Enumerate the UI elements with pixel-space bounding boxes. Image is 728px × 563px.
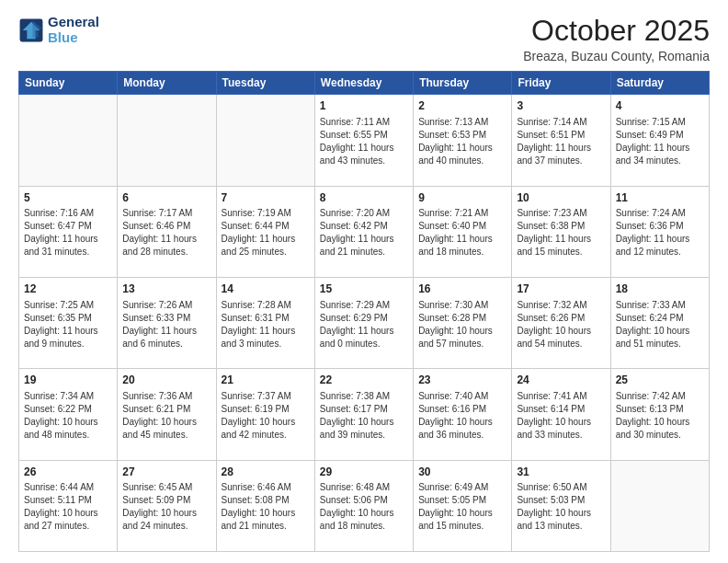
day-number: 1 <box>320 98 408 114</box>
title-block: October 2025 Breaza, Buzau County, Roman… <box>523 15 710 63</box>
day-info: Sunrise: 7:13 AM Sunset: 6:53 PM Dayligh… <box>418 116 506 167</box>
day-number: 5 <box>24 190 112 206</box>
day-number: 22 <box>320 373 408 388</box>
day-number: 9 <box>418 190 506 206</box>
day-number: 26 <box>24 465 112 480</box>
calendar-cell: 13Sunrise: 7:26 AM Sunset: 6:33 PM Dayli… <box>118 277 216 368</box>
day-number: 15 <box>320 282 408 297</box>
calendar-cell: 27Sunrise: 6:45 AM Sunset: 5:09 PM Dayli… <box>118 460 216 551</box>
calendar-cell: 24Sunrise: 7:41 AM Sunset: 6:14 PM Dayli… <box>512 369 610 460</box>
calendar-week-row: 26Sunrise: 6:44 AM Sunset: 5:11 PM Dayli… <box>19 460 710 551</box>
day-info: Sunrise: 6:50 AM Sunset: 5:03 PM Dayligh… <box>517 481 605 533</box>
calendar-cell: 4Sunrise: 7:15 AM Sunset: 6:49 PM Daylig… <box>610 95 709 186</box>
calendar-cell <box>610 460 709 551</box>
day-info: Sunrise: 7:15 AM Sunset: 6:49 PM Dayligh… <box>616 116 704 167</box>
day-info: Sunrise: 7:17 AM Sunset: 6:46 PM Dayligh… <box>122 207 210 259</box>
calendar-cell: 28Sunrise: 6:46 AM Sunset: 5:08 PM Dayli… <box>216 460 314 551</box>
calendar-cell: 21Sunrise: 7:37 AM Sunset: 6:19 PM Dayli… <box>216 369 314 460</box>
day-info: Sunrise: 7:40 AM Sunset: 6:16 PM Dayligh… <box>418 390 506 442</box>
day-number: 14 <box>222 282 310 297</box>
calendar-cell: 16Sunrise: 7:30 AM Sunset: 6:28 PM Dayli… <box>414 277 512 368</box>
calendar-cell: 1Sunrise: 7:11 AM Sunset: 6:55 PM Daylig… <box>314 95 413 186</box>
day-info: Sunrise: 7:38 AM Sunset: 6:17 PM Dayligh… <box>320 390 408 442</box>
calendar-cell: 7Sunrise: 7:19 AM Sunset: 6:44 PM Daylig… <box>216 186 314 277</box>
day-number: 12 <box>24 282 112 297</box>
day-number: 10 <box>517 190 605 206</box>
calendar-week-row: 5Sunrise: 7:16 AM Sunset: 6:47 PM Daylig… <box>19 186 710 277</box>
logo-line2: Blue <box>48 29 78 45</box>
day-info: Sunrise: 6:45 AM Sunset: 5:09 PM Dayligh… <box>122 481 210 533</box>
header-sunday: Sunday <box>19 72 118 95</box>
calendar-cell: 11Sunrise: 7:24 AM Sunset: 6:36 PM Dayli… <box>610 186 709 277</box>
day-info: Sunrise: 7:21 AM Sunset: 6:40 PM Dayligh… <box>418 207 506 259</box>
calendar-cell: 22Sunrise: 7:38 AM Sunset: 6:17 PM Dayli… <box>314 369 413 460</box>
day-number: 29 <box>320 465 408 480</box>
day-number: 2 <box>418 98 506 114</box>
day-number: 7 <box>222 190 310 206</box>
day-number: 3 <box>517 98 605 114</box>
calendar-cell: 18Sunrise: 7:33 AM Sunset: 6:24 PM Dayli… <box>610 277 709 368</box>
header-saturday: Saturday <box>610 72 709 95</box>
page: General Blue October 2025 Breaza, Buzau … <box>0 0 728 563</box>
calendar-cell: 6Sunrise: 7:17 AM Sunset: 6:46 PM Daylig… <box>118 186 216 277</box>
header-tuesday: Tuesday <box>216 72 314 95</box>
day-number: 4 <box>616 98 704 114</box>
day-info: Sunrise: 7:32 AM Sunset: 6:26 PM Dayligh… <box>517 299 605 350</box>
day-info: Sunrise: 7:11 AM Sunset: 6:55 PM Dayligh… <box>320 116 408 167</box>
day-info: Sunrise: 7:24 AM Sunset: 6:36 PM Dayligh… <box>616 207 704 259</box>
calendar-cell: 8Sunrise: 7:20 AM Sunset: 6:42 PM Daylig… <box>314 186 413 277</box>
day-info: Sunrise: 7:16 AM Sunset: 6:47 PM Dayligh… <box>24 207 112 259</box>
calendar-subtitle: Breaza, Buzau County, Romania <box>523 49 710 63</box>
day-info: Sunrise: 6:48 AM Sunset: 5:06 PM Dayligh… <box>320 481 408 533</box>
calendar-header-row: Sunday Monday Tuesday Wednesday Thursday… <box>19 72 710 95</box>
day-info: Sunrise: 7:28 AM Sunset: 6:31 PM Dayligh… <box>222 299 310 350</box>
header: General Blue October 2025 Breaza, Buzau … <box>18 15 710 63</box>
calendar-cell: 17Sunrise: 7:32 AM Sunset: 6:26 PM Dayli… <box>512 277 610 368</box>
calendar-cell: 5Sunrise: 7:16 AM Sunset: 6:47 PM Daylig… <box>19 186 118 277</box>
header-friday: Friday <box>512 72 610 95</box>
day-number: 23 <box>418 373 506 388</box>
calendar-cell: 25Sunrise: 7:42 AM Sunset: 6:13 PM Dayli… <box>610 369 709 460</box>
calendar-cell: 10Sunrise: 7:23 AM Sunset: 6:38 PM Dayli… <box>512 186 610 277</box>
calendar-cell: 26Sunrise: 6:44 AM Sunset: 5:11 PM Dayli… <box>19 460 118 551</box>
day-number: 8 <box>320 190 408 206</box>
day-info: Sunrise: 7:19 AM Sunset: 6:44 PM Dayligh… <box>222 207 310 259</box>
day-info: Sunrise: 7:30 AM Sunset: 6:28 PM Dayligh… <box>418 299 506 350</box>
day-info: Sunrise: 7:41 AM Sunset: 6:14 PM Dayligh… <box>517 390 605 442</box>
day-number: 24 <box>517 373 605 388</box>
day-number: 28 <box>222 465 310 480</box>
header-thursday: Thursday <box>414 72 512 95</box>
calendar-title: October 2025 <box>523 15 710 47</box>
day-info: Sunrise: 7:34 AM Sunset: 6:22 PM Dayligh… <box>24 390 112 442</box>
day-number: 21 <box>222 373 310 388</box>
calendar-week-row: 19Sunrise: 7:34 AM Sunset: 6:22 PM Dayli… <box>19 369 710 460</box>
day-info: Sunrise: 7:23 AM Sunset: 6:38 PM Dayligh… <box>517 207 605 259</box>
day-number: 19 <box>24 373 112 388</box>
calendar-cell: 12Sunrise: 7:25 AM Sunset: 6:35 PM Dayli… <box>19 277 118 368</box>
calendar-cell: 9Sunrise: 7:21 AM Sunset: 6:40 PM Daylig… <box>414 186 512 277</box>
calendar-cell: 3Sunrise: 7:14 AM Sunset: 6:51 PM Daylig… <box>512 95 610 186</box>
day-info: Sunrise: 7:20 AM Sunset: 6:42 PM Dayligh… <box>320 207 408 259</box>
day-number: 18 <box>616 282 704 297</box>
calendar-cell: 14Sunrise: 7:28 AM Sunset: 6:31 PM Dayli… <box>216 277 314 368</box>
day-info: Sunrise: 6:44 AM Sunset: 5:11 PM Dayligh… <box>24 481 112 533</box>
calendar-cell: 23Sunrise: 7:40 AM Sunset: 6:16 PM Dayli… <box>414 369 512 460</box>
day-number: 25 <box>616 373 704 388</box>
logo: General Blue <box>18 15 99 45</box>
day-info: Sunrise: 7:37 AM Sunset: 6:19 PM Dayligh… <box>222 390 310 442</box>
day-info: Sunrise: 6:49 AM Sunset: 5:05 PM Dayligh… <box>418 481 506 533</box>
day-info: Sunrise: 7:29 AM Sunset: 6:29 PM Dayligh… <box>320 299 408 350</box>
day-info: Sunrise: 7:25 AM Sunset: 6:35 PM Dayligh… <box>24 299 112 350</box>
day-info: Sunrise: 7:36 AM Sunset: 6:21 PM Dayligh… <box>122 390 210 442</box>
day-info: Sunrise: 7:42 AM Sunset: 6:13 PM Dayligh… <box>616 390 704 442</box>
calendar-cell: 30Sunrise: 6:49 AM Sunset: 5:05 PM Dayli… <box>414 460 512 551</box>
calendar-cell <box>216 95 314 186</box>
day-info: Sunrise: 7:14 AM Sunset: 6:51 PM Dayligh… <box>517 116 605 167</box>
calendar-cell: 15Sunrise: 7:29 AM Sunset: 6:29 PM Dayli… <box>314 277 413 368</box>
calendar-week-row: 1Sunrise: 7:11 AM Sunset: 6:55 PM Daylig… <box>19 95 710 186</box>
calendar-table: Sunday Monday Tuesday Wednesday Thursday… <box>18 71 710 552</box>
calendar-cell: 20Sunrise: 7:36 AM Sunset: 6:21 PM Dayli… <box>118 369 216 460</box>
logo-line1: General <box>48 15 99 30</box>
day-number: 31 <box>517 465 605 480</box>
day-number: 30 <box>418 465 506 480</box>
